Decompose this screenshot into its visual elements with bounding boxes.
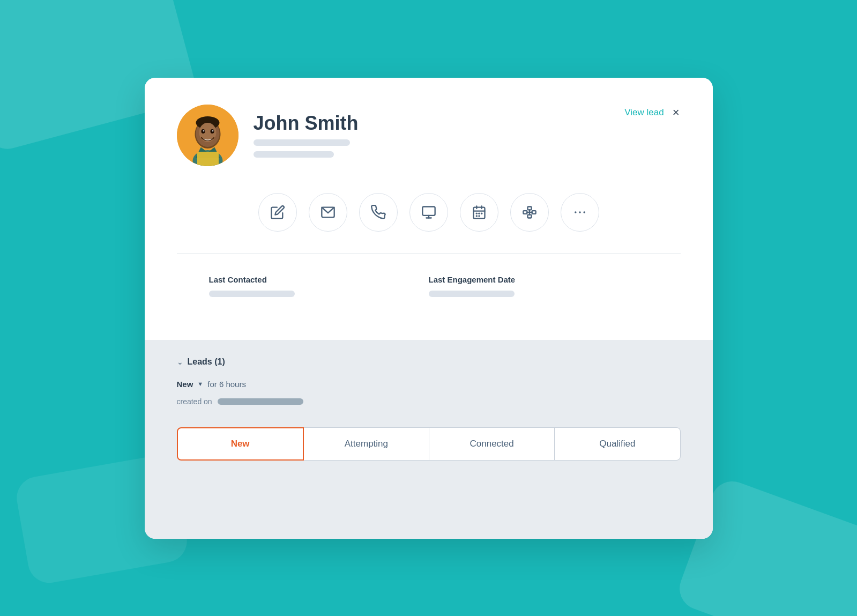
created-date-skeleton	[218, 398, 303, 405]
phone-button[interactable]	[359, 193, 398, 232]
workflow-icon	[522, 205, 537, 220]
close-button[interactable]: ×	[672, 105, 681, 121]
svg-point-31	[579, 211, 581, 213]
lead-status-row: New ▼ for 6 hours	[177, 380, 681, 389]
svg-point-9	[212, 130, 213, 131]
chevron-down-icon[interactable]: ⌄	[177, 358, 183, 366]
calendar-icon	[472, 205, 487, 220]
svg-point-32	[583, 211, 585, 213]
leads-title: Leads (1)	[188, 357, 225, 367]
workflow-button[interactable]	[510, 193, 549, 232]
svg-point-8	[203, 130, 204, 131]
contact-name: John Smith	[254, 113, 359, 134]
last-engagement-label: Last Engagement Date	[429, 275, 649, 284]
edit-button[interactable]	[258, 193, 297, 232]
screen-button[interactable]	[409, 193, 448, 232]
skeleton-line-1	[254, 139, 350, 146]
action-icons-row	[177, 193, 681, 232]
created-row: created on	[177, 397, 681, 406]
more-icon	[572, 205, 587, 220]
svg-rect-12	[422, 206, 435, 215]
lead-status-badge: New	[177, 380, 193, 389]
lead-duration: for 6 hours	[207, 380, 246, 389]
calendar-button[interactable]	[460, 193, 498, 232]
last-contacted-label: Last Contacted	[209, 275, 429, 284]
profile-info: John Smith	[254, 113, 359, 158]
more-button[interactable]	[561, 193, 599, 232]
header-actions: View lead ×	[624, 105, 680, 121]
phone-icon	[371, 205, 386, 220]
avatar	[177, 105, 239, 166]
dropdown-arrow-icon[interactable]: ▼	[197, 381, 203, 387]
last-engagement-col: Last Engagement Date	[429, 275, 649, 297]
view-lead-link[interactable]: View lead	[624, 107, 664, 118]
info-section: Last Contacted Last Engagement Date	[177, 254, 681, 318]
contact-card: John Smith View lead ×	[145, 78, 713, 539]
stage-attempting-button[interactable]: Attempting	[304, 427, 429, 461]
profile-section: John Smith	[177, 105, 359, 166]
skeleton-line-2	[254, 151, 334, 158]
stage-buttons-row: New Attempting Connected Qualified	[145, 427, 713, 461]
email-button[interactable]	[309, 193, 347, 232]
svg-rect-10	[197, 152, 219, 166]
screen-icon	[421, 205, 436, 220]
card-bottom: ⌄ Leads (1) New ▼ for 6 hours created on…	[145, 340, 713, 539]
edit-icon	[270, 205, 285, 220]
last-engagement-skeleton	[429, 291, 515, 297]
last-contacted-skeleton	[209, 291, 295, 297]
stage-qualified-button[interactable]: Qualified	[555, 427, 680, 461]
svg-point-30	[575, 211, 577, 213]
card-top: John Smith View lead ×	[145, 78, 713, 340]
header-row: John Smith View lead ×	[177, 105, 681, 166]
stage-new-button[interactable]: New	[177, 427, 304, 461]
stage-connected-button[interactable]: Connected	[429, 427, 555, 461]
email-icon	[321, 205, 336, 220]
last-contacted-col: Last Contacted	[209, 275, 429, 297]
leads-header: ⌄ Leads (1)	[177, 357, 681, 367]
created-label: created on	[177, 397, 212, 406]
